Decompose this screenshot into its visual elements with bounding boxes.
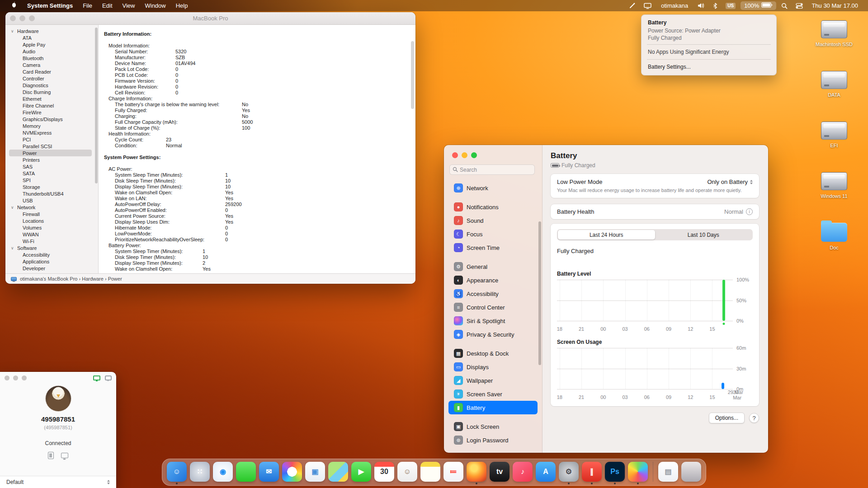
battery-menu-item[interactable]: 100% [741, 1, 776, 10]
content-scrollbar[interactable] [411, 41, 414, 109]
low-power-mode-popup[interactable]: Only on Battery [707, 178, 753, 185]
zoom-button[interactable] [471, 152, 477, 158]
bluetooth-icon[interactable] [710, 0, 721, 11]
settings-sidebar-item[interactable]: Siri & Spotlight [448, 314, 538, 328]
remote-monitor-icon[interactable] [93, 375, 100, 380]
sysinfo-sidebar-item[interactable]: Software [5, 244, 98, 251]
sysinfo-sidebar-item[interactable]: Controller [5, 75, 98, 82]
sysinfo-sidebar-item[interactable]: Disabled Software [5, 272, 98, 273]
dock-icon[interactable]: ≔ [443, 462, 463, 482]
search-input[interactable] [460, 167, 519, 173]
dock-icon[interactable]: ✉ [259, 462, 279, 482]
sysinfo-sidebar-item[interactable]: Apple Pay [5, 41, 98, 48]
sysinfo-sidebar-item[interactable]: Parallel SCSI [5, 143, 98, 150]
sysinfo-sidebar-item[interactable]: Network [5, 204, 98, 211]
segment-last-10-days[interactable]: Last 10 Days [655, 230, 752, 239]
desktop-icon[interactable]: EFI [805, 122, 863, 148]
desktop-icon[interactable]: Doc [805, 223, 863, 250]
menu-file[interactable]: File [78, 0, 97, 11]
sysinfo-sidebar-item[interactable]: Printers [5, 156, 98, 163]
dock-icon[interactable]: ▣ [305, 462, 325, 482]
segment-last-24-hours[interactable]: Last 24 Hours [558, 230, 655, 239]
file-transfer-icon[interactable] [48, 452, 54, 459]
sysinfo-sidebar-item[interactable]: ATA [5, 34, 98, 41]
sysinfo-sidebar-item[interactable]: Locations [5, 217, 98, 224]
dock-icon[interactable]: ∥ [582, 462, 602, 482]
menu-window[interactable]: Window [140, 0, 170, 11]
settings-sidebar-item[interactable]: ◔ Screen Time [448, 241, 538, 254]
sysinfo-sidebar-item[interactable]: Wi-Fi [5, 238, 98, 244]
settings-sidebar-item[interactable]: ☾ Focus [448, 227, 538, 241]
settings-sidebar-item[interactable]: ▣ Lock Screen [448, 420, 538, 433]
control-center-icon[interactable] [793, 0, 806, 11]
pencil-icon[interactable] [626, 0, 639, 11]
screen-share-icon[interactable] [61, 453, 68, 458]
sysinfo-sidebar-item[interactable]: Audio [5, 48, 98, 55]
settings-search[interactable] [449, 164, 535, 175]
sysinfo-sidebar-item[interactable]: Ethernet [5, 95, 98, 102]
desktop-icon[interactable]: Windows 11 [805, 172, 863, 199]
settings-sidebar-item[interactable]: ● Notifications [448, 200, 538, 214]
sysinfo-sidebar-item[interactable]: SATA [5, 170, 98, 177]
dock-icon[interactable]: ☺ [167, 462, 187, 482]
user-menu[interactable]: otimakana [656, 0, 693, 11]
sysinfo-sidebar-item[interactable]: Fibre Channel [5, 102, 98, 109]
settings-sidebar-item[interactable]: ☀ Screen Saver [448, 387, 538, 401]
dock-icon[interactable]: tv [490, 462, 509, 482]
sysinfo-sidebar-item[interactable]: Storage [5, 183, 98, 190]
dock-icon[interactable] [328, 462, 348, 482]
sidebar-scrollbar[interactable] [95, 28, 98, 183]
dock-icon[interactable] [628, 462, 648, 482]
dock-icon[interactable]: ⚙ [559, 462, 579, 482]
sysinfo-sidebar-item[interactable]: Bluetooth [5, 55, 98, 61]
sysinfo-sidebar-item[interactable]: Applications [5, 258, 98, 265]
dock-icon[interactable] [282, 462, 302, 482]
settings-sidebar-item[interactable]: ▭ Displays [448, 360, 538, 374]
sysinfo-sidebar-item[interactable]: Camera [5, 61, 98, 68]
dock-icon[interactable] [420, 462, 440, 482]
info-icon[interactable]: i [746, 208, 753, 215]
dock-icon[interactable]: ▶ [351, 462, 371, 482]
settings-sidebar-item[interactable]: ♪ Sound [448, 214, 538, 227]
settings-sidebar-item[interactable]: ≡ Control Center [448, 300, 538, 314]
sysinfo-sidebar-item[interactable]: SAS [5, 163, 98, 170]
settings-sidebar-item[interactable]: ⚙ General [448, 260, 538, 273]
dock-icon[interactable] [236, 462, 256, 482]
display-mirroring-icon[interactable] [641, 0, 655, 11]
menu-edit[interactable]: Edit [98, 0, 117, 11]
settings-sidebar-item[interactable]: ⊕ Network [448, 181, 538, 195]
sysinfo-sidebar-item[interactable]: Firewall [5, 211, 98, 217]
battery-settings-item[interactable]: Battery Settings... [642, 62, 776, 71]
volume-icon[interactable] [694, 0, 708, 11]
close-button[interactable] [452, 152, 458, 158]
sysinfo-sidebar-item[interactable]: Thunderbolt/USB4 [5, 190, 98, 197]
settings-sidebar-item[interactable]: ◈ Privacy & Security [448, 328, 538, 341]
desktop-icon[interactable]: DATA [805, 71, 863, 98]
sysinfo-sidebar-item[interactable]: Developer [5, 265, 98, 272]
sysinfo-sidebar-item[interactable]: Memory [5, 122, 98, 129]
sysinfo-sidebar-item[interactable]: PCI [5, 136, 98, 143]
menu-bar-clock[interactable]: Thu 30 Mar 17.00 [808, 2, 862, 9]
sysinfo-sidebar-item[interactable]: Hardware [5, 28, 98, 34]
sysinfo-sidebar-item[interactable]: USB [5, 197, 98, 204]
minimize-button[interactable] [462, 152, 467, 158]
settings-sidebar-item[interactable]: ▮ Battery [448, 401, 538, 414]
dock-icon[interactable]: Ps [605, 462, 625, 482]
sysinfo-sidebar-item[interactable]: Accessibility [5, 251, 98, 258]
settings-sidebar-item[interactable]: ◢ Wallpaper [448, 374, 538, 387]
settings-sidebar-item[interactable]: ⊛ Login Password [448, 433, 538, 447]
settings-sidebar-item[interactable]: ◐ Appearance [448, 273, 538, 287]
dock-icon[interactable]: ◉ [213, 462, 233, 482]
sysinfo-sidebar-item[interactable]: FireWire [5, 109, 98, 116]
sysinfo-sidebar-item[interactable]: Diagnostics [5, 82, 98, 89]
spotlight-icon[interactable] [778, 0, 791, 11]
dock-icon[interactable]: ♪ [513, 462, 533, 482]
sysinfo-sidebar-item[interactable]: WWAN [5, 231, 98, 238]
dock-icon[interactable]: ☺ [397, 462, 417, 482]
profile-select[interactable]: Default [0, 476, 116, 488]
desktop-icon[interactable]: Machintosh SSD [805, 20, 863, 47]
menu-help[interactable]: Help [171, 0, 193, 11]
dock-icon[interactable] [681, 462, 701, 482]
help-button[interactable]: ? [749, 413, 759, 423]
sysinfo-sidebar-item[interactable]: Graphics/Displays [5, 116, 98, 122]
